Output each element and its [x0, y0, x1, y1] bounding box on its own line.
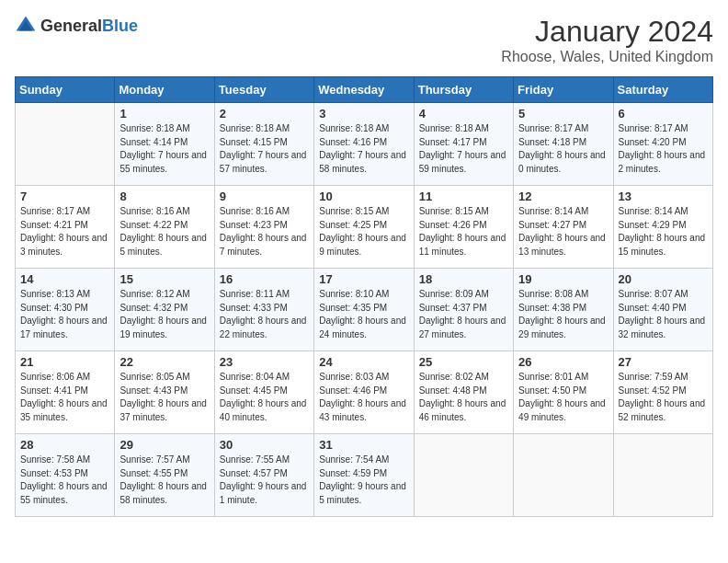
daylight: Daylight: 9 hours and 5 minutes. — [319, 481, 406, 505]
calendar-cell: 9 Sunrise: 8:16 AM Sunset: 4:23 PM Dayli… — [214, 186, 313, 269]
daylight: Daylight: 7 hours and 55 minutes. — [119, 150, 207, 174]
daylight: Daylight: 8 hours and 5 minutes. — [119, 233, 207, 257]
day-detail: Sunrise: 7:55 AM Sunset: 4:57 PM Dayligh… — [220, 454, 309, 507]
sunrise: Sunrise: 7:55 AM — [220, 454, 290, 465]
day-detail: Sunrise: 7:57 AM Sunset: 4:55 PM Dayligh… — [119, 454, 209, 507]
sunset: Sunset: 4:29 PM — [619, 220, 687, 230]
daylight: Daylight: 8 hours and 35 minutes. — [20, 398, 108, 422]
sunset: Sunset: 4:25 PM — [319, 220, 387, 230]
day-detail: Sunrise: 8:15 AM Sunset: 4:26 PM Dayligh… — [419, 205, 508, 259]
calendar-cell: 7 Sunrise: 8:17 AM Sunset: 4:21 PM Dayli… — [16, 186, 115, 269]
day-number: 1 — [119, 107, 209, 121]
day-number: 20 — [619, 272, 708, 286]
sunrise: Sunrise: 8:18 AM — [220, 123, 290, 133]
header-cell-thursday: Thursday — [414, 77, 513, 103]
day-detail: Sunrise: 8:16 AM Sunset: 4:23 PM Dayligh… — [220, 205, 309, 259]
day-number: 17 — [319, 272, 408, 286]
calendar-week-row: 7 Sunrise: 8:17 AM Sunset: 4:21 PM Dayli… — [16, 186, 713, 269]
sunrise: Sunrise: 8:14 AM — [619, 206, 688, 216]
day-detail: Sunrise: 7:58 AM Sunset: 4:53 PM Dayligh… — [20, 454, 109, 507]
day-detail: Sunrise: 8:17 AM Sunset: 4:20 PM Dayligh… — [619, 122, 708, 176]
day-number: 13 — [619, 190, 708, 203]
calendar-cell — [514, 434, 613, 517]
sunset: Sunset: 4:35 PM — [319, 303, 387, 313]
daylight: Daylight: 7 hours and 59 minutes. — [419, 150, 506, 174]
sunset: Sunset: 4:45 PM — [220, 385, 288, 396]
sunset: Sunset: 4:50 PM — [518, 385, 586, 396]
day-detail: Sunrise: 8:03 AM Sunset: 4:46 PM Dayligh… — [319, 371, 408, 424]
calendar-cell: 30 Sunrise: 7:55 AM Sunset: 4:57 PM Dayl… — [214, 434, 313, 517]
day-number: 2 — [220, 107, 309, 121]
calendar-cell: 5 Sunrise: 8:17 AM Sunset: 4:18 PM Dayli… — [514, 103, 613, 186]
day-detail: Sunrise: 8:05 AM Sunset: 4:43 PM Dayligh… — [119, 371, 209, 424]
calendar-cell: 27 Sunrise: 7:59 AM Sunset: 4:52 PM Dayl… — [613, 351, 712, 434]
day-detail: Sunrise: 8:18 AM Sunset: 4:16 PM Dayligh… — [319, 122, 408, 176]
daylight: Daylight: 8 hours and 2 minutes. — [619, 150, 706, 174]
day-number: 24 — [319, 355, 408, 369]
calendar-cell: 11 Sunrise: 8:15 AM Sunset: 4:26 PM Dayl… — [414, 186, 513, 269]
calendar-cell: 17 Sunrise: 8:10 AM Sunset: 4:35 PM Dayl… — [314, 269, 414, 351]
day-number: 27 — [619, 355, 708, 369]
sunrise: Sunrise: 8:09 AM — [419, 289, 489, 299]
sunrise: Sunrise: 7:59 AM — [619, 372, 688, 382]
calendar-cell: 6 Sunrise: 8:17 AM Sunset: 4:20 PM Dayli… — [613, 103, 712, 186]
sunset: Sunset: 4:18 PM — [518, 137, 586, 147]
title-block: January 2024 Rhoose, Wales, United Kingd… — [501, 15, 713, 65]
calendar-week-row: 14 Sunrise: 8:13 AM Sunset: 4:30 PM Dayl… — [16, 269, 713, 351]
daylight: Daylight: 8 hours and 52 minutes. — [619, 398, 706, 422]
sunset: Sunset: 4:59 PM — [319, 468, 387, 478]
day-number: 6 — [619, 107, 708, 121]
daylight: Daylight: 8 hours and 9 minutes. — [319, 233, 406, 257]
sunrise: Sunrise: 8:15 AM — [419, 206, 489, 216]
day-number: 5 — [518, 107, 608, 121]
day-detail: Sunrise: 8:11 AM Sunset: 4:33 PM Dayligh… — [220, 288, 309, 341]
sunset: Sunset: 4:23 PM — [220, 220, 288, 230]
calendar-cell: 29 Sunrise: 7:57 AM Sunset: 4:55 PM Dayl… — [115, 434, 214, 517]
calendar-cell: 13 Sunrise: 8:14 AM Sunset: 4:29 PM Dayl… — [613, 186, 712, 269]
calendar-week-row: 21 Sunrise: 8:06 AM Sunset: 4:41 PM Dayl… — [16, 351, 713, 434]
day-number: 7 — [20, 190, 109, 203]
day-number: 8 — [119, 190, 209, 203]
day-number: 3 — [319, 107, 408, 121]
sunset: Sunset: 4:41 PM — [20, 385, 88, 396]
day-detail: Sunrise: 7:59 AM Sunset: 4:52 PM Dayligh… — [619, 371, 708, 424]
sunrise: Sunrise: 8:18 AM — [319, 123, 389, 133]
sunset: Sunset: 4:46 PM — [319, 385, 387, 396]
day-detail: Sunrise: 8:06 AM Sunset: 4:41 PM Dayligh… — [20, 371, 109, 424]
day-detail: Sunrise: 8:14 AM Sunset: 4:29 PM Dayligh… — [619, 205, 708, 259]
daylight: Daylight: 9 hours and 1 minute. — [220, 481, 307, 505]
sunset: Sunset: 4:15 PM — [220, 137, 288, 147]
calendar-cell: 21 Sunrise: 8:06 AM Sunset: 4:41 PM Dayl… — [16, 351, 115, 434]
header-row: SundayMondayTuesdayWednesdayThursdayFrid… — [16, 77, 713, 103]
sunrise: Sunrise: 8:17 AM — [20, 206, 90, 216]
sunset: Sunset: 4:40 PM — [619, 303, 687, 313]
calendar-cell: 15 Sunrise: 8:12 AM Sunset: 4:32 PM Dayl… — [115, 269, 214, 351]
sunset: Sunset: 4:26 PM — [419, 220, 487, 230]
day-number: 11 — [419, 190, 508, 203]
logo: GeneralBlue — [15, 15, 138, 37]
logo-general: GeneralBlue — [40, 17, 138, 36]
sunset: Sunset: 4:21 PM — [20, 220, 88, 230]
calendar-cell: 18 Sunrise: 8:09 AM Sunset: 4:37 PM Dayl… — [414, 269, 513, 351]
day-detail: Sunrise: 8:18 AM Sunset: 4:17 PM Dayligh… — [419, 122, 508, 176]
header-cell-saturday: Saturday — [613, 77, 712, 103]
header-cell-monday: Monday — [115, 77, 214, 103]
sunset: Sunset: 4:33 PM — [220, 303, 288, 313]
day-number: 19 — [518, 272, 608, 286]
sunrise: Sunrise: 8:17 AM — [619, 123, 688, 133]
sunset: Sunset: 4:20 PM — [619, 137, 687, 147]
calendar-cell: 23 Sunrise: 8:04 AM Sunset: 4:45 PM Dayl… — [214, 351, 313, 434]
sunrise: Sunrise: 8:01 AM — [518, 372, 588, 382]
sunset: Sunset: 4:17 PM — [419, 137, 487, 147]
calendar-cell: 28 Sunrise: 7:58 AM Sunset: 4:53 PM Dayl… — [16, 434, 115, 517]
daylight: Daylight: 8 hours and 46 minutes. — [419, 398, 506, 422]
header-cell-wednesday: Wednesday — [314, 77, 414, 103]
daylight: Daylight: 8 hours and 13 minutes. — [518, 233, 606, 257]
calendar-table: SundayMondayTuesdayWednesdayThursdayFrid… — [15, 76, 713, 517]
day-detail: Sunrise: 8:18 AM Sunset: 4:14 PM Dayligh… — [119, 122, 209, 176]
sunset: Sunset: 4:27 PM — [518, 220, 586, 230]
day-detail: Sunrise: 8:16 AM Sunset: 4:22 PM Dayligh… — [119, 205, 209, 259]
day-detail: Sunrise: 8:18 AM Sunset: 4:15 PM Dayligh… — [220, 122, 309, 176]
day-number: 30 — [220, 438, 309, 452]
sunrise: Sunrise: 7:57 AM — [119, 454, 189, 465]
